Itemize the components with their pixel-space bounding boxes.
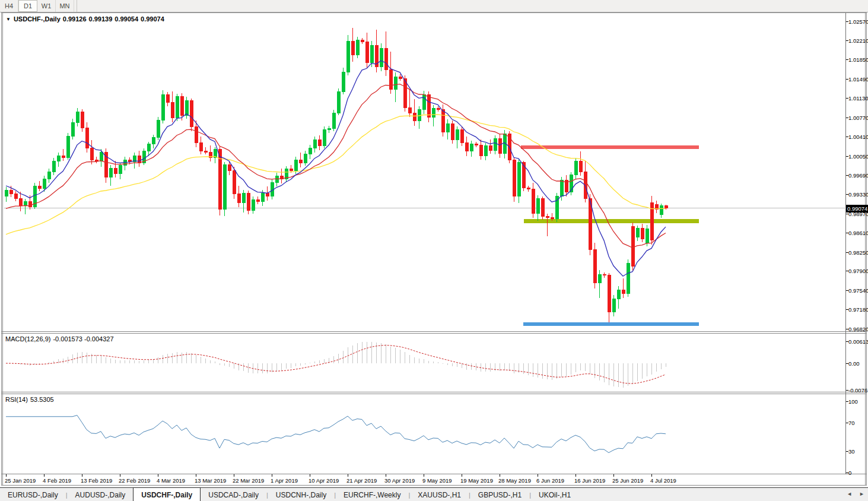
price-axis-label: 1.00770 — [848, 115, 868, 121]
tab-usdcad-daily[interactable]: USDCAD-,Daily — [201, 488, 266, 501]
tab-usdcnh-daily[interactable]: USDCNH-,Daily — [268, 488, 334, 501]
date-axis-label: 4 Jul 2019 — [650, 477, 676, 484]
rsi-axis-label: 70 — [848, 420, 855, 426]
date-axis-label: 4 Feb 2019 — [43, 477, 71, 484]
date-axis-label: 16 Jun 2019 — [574, 477, 605, 484]
price-axis-label: 0.99330 — [848, 191, 868, 198]
date-axis-label: 30 Apr 2019 — [384, 477, 415, 484]
macd-label: MACD(12,26,9) — [5, 335, 50, 343]
application-window: { "toolbar": { "timeframes": ["H4","D1",… — [0, 0, 868, 501]
tab-scroll-buttons: ◄► — [847, 490, 864, 497]
date-axis-label: 10 Apr 2019 — [309, 477, 339, 484]
price-axis-label: 1.02570 — [848, 18, 868, 25]
rsi-pane-header: RSI(14)53.5305 — [5, 396, 54, 403]
tab-usdchf-daily[interactable]: USDCHF-,Daily — [133, 487, 201, 501]
date-axis-label: 13 Mar 2019 — [195, 477, 226, 484]
date-axis-label: 13 Feb 2019 — [81, 477, 112, 484]
macd-axis-label: 0.00613 — [848, 338, 868, 345]
timeframe-toolbar: H4D1W1MN — [0, 0, 868, 12]
tab-scroll-left-icon[interactable]: ◄ — [847, 490, 852, 497]
timeframe-button-h4[interactable]: H4 — [0, 0, 18, 12]
macd-values: -0.001573 -0.004327 — [53, 335, 113, 343]
price-axis-label: 1.00410 — [848, 134, 868, 140]
price-axis-label: 1.01850 — [848, 56, 868, 63]
date-axis-label: 22 Mar 2019 — [233, 477, 264, 484]
price-axis-label: 0.98250 — [848, 249, 868, 256]
chart-collapse-icon[interactable]: ▼ — [6, 17, 11, 22]
hline-support-blue — [523, 322, 699, 326]
open-value: 0.99126 — [63, 15, 87, 23]
timeframe-button-d1[interactable]: D1 — [18, 0, 37, 12]
rsi-value: 53.5305 — [30, 396, 54, 403]
toolbar-divider — [77, 0, 77, 12]
price-axis-label: 1.00050 — [848, 153, 868, 160]
tab-scroll-right-icon[interactable]: ► — [859, 490, 864, 497]
low-value: 0.99054 — [115, 15, 138, 23]
timeframe-button-w1[interactable]: W1 — [37, 0, 56, 12]
high-value: 0.99139 — [89, 15, 113, 23]
price-axis-label: 0.99690 — [848, 172, 868, 179]
date-axis-label: 6 Jun 2019 — [536, 477, 564, 484]
rsi-label: RSI(14) — [5, 396, 28, 403]
tab-eurchf-weekly[interactable]: EURCHF-,Weekly — [336, 488, 408, 501]
tab-gbpusd-h1[interactable]: GBPUSD-,H1 — [470, 488, 529, 501]
price-axis-label: 0.97900 — [848, 268, 868, 274]
price-axis-label: 0.96820 — [848, 326, 868, 332]
chart-title: ▼USDCHF-,Daily0.991260.991390.990540.990… — [6, 15, 164, 23]
macd-axis-label: -0.007612 — [848, 387, 868, 394]
date-axis-label: 25 Jun 2019 — [612, 477, 643, 484]
close-value: 0.99074 — [141, 15, 164, 23]
hline-support-olive — [524, 219, 699, 223]
timeframe-button-mn[interactable]: MN — [56, 0, 74, 12]
tab-eurusd-daily[interactable]: EURUSD-,Daily — [0, 488, 66, 501]
rsi-axis-label: 30 — [848, 448, 855, 455]
date-axis-label: 4 Mar 2019 — [157, 477, 185, 484]
tab-xauusd-h1[interactable]: XAUUSD-,H1 — [410, 488, 469, 501]
date-axis-label: 9 May 2019 — [422, 477, 452, 484]
price-axis-label: 1.01490 — [848, 76, 868, 83]
price-axis-label: 0.97540 — [848, 287, 868, 294]
date-axis-label: 22 Feb 2019 — [119, 477, 150, 484]
date-axis-label: 21 Apr 2019 — [346, 477, 377, 484]
tab-ukoil-h1[interactable]: UKOil-,H1 — [531, 488, 578, 501]
price-axis-label: 1.02210 — [848, 37, 868, 44]
date-axis-label: 28 May 2019 — [498, 477, 531, 484]
hline-resistance-red — [521, 145, 699, 149]
rsi-axis-label: 0 — [848, 470, 851, 476]
date-axis-label: 25 Jan 2019 — [5, 477, 36, 484]
rsi-axis-label: 100 — [848, 398, 858, 405]
current-price-tag: 0.99074 — [846, 205, 868, 213]
macd-axis-label: 0.00 — [848, 360, 860, 367]
symbol-period-label: USDCHF-,Daily — [14, 15, 61, 23]
price-axis-label: 0.97180 — [848, 306, 868, 313]
date-axis-label: 19 May 2019 — [460, 477, 493, 484]
tab-audusd-daily[interactable]: AUDUSD-,Daily — [68, 488, 133, 501]
price-axis-label: 1.01130 — [848, 95, 868, 102]
date-axis-label: 1 Apr 2019 — [271, 477, 298, 484]
chart-canvas[interactable]: 1.025701.022101.018501.014901.011301.007… — [0, 0, 868, 501]
chart-window-frame — [2, 13, 867, 486]
macd-pane-header: MACD(12,26,9)-0.001573 -0.004327 — [5, 335, 114, 343]
price-axis-label: 0.98610 — [848, 230, 868, 236]
symbol-tab-bar: EURUSD-,Daily|AUDUSD-,DailyUSDCHF-,Daily… — [0, 487, 868, 501]
